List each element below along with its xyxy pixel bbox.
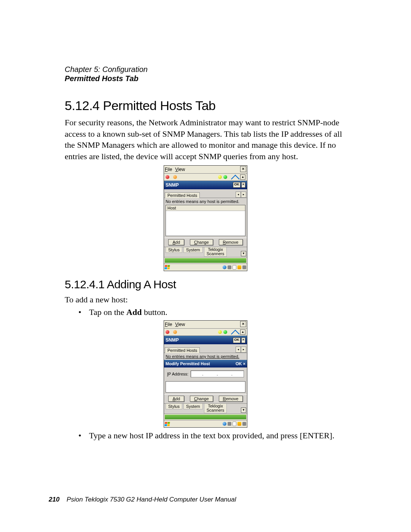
status-dot-icon	[166, 175, 169, 179]
footer-text: Psion Teklogix 7530 G2 Hand-Held Compute…	[67, 496, 236, 503]
tab-scroll-right[interactable]: ▸	[241, 347, 246, 353]
tab-permitted-hosts[interactable]: Permitted Hosts	[165, 192, 200, 198]
step-list: Tap on the Add button.	[78, 307, 346, 317]
host-list[interactable]: Host	[166, 205, 245, 236]
cp-tab-teklogix[interactable]: TeklogixScanners	[204, 404, 227, 413]
status-dot-icon	[223, 175, 227, 179]
section-heading: 5.12.4 Permitted Hosts Tab	[65, 98, 346, 113]
tab-scroll-left[interactable]: ◂	[236, 347, 241, 353]
titlebar-close-button[interactable]: ×	[241, 182, 245, 188]
page: Chapter 5: Configuration Permitted Hosts…	[0, 0, 411, 532]
running-header: Chapter 5: Configuration Permitted Hosts…	[65, 65, 346, 83]
tab-scroll-right[interactable]: ▸	[241, 192, 246, 198]
host-column-header[interactable]: Host	[166, 205, 245, 211]
menubar: File View ×	[164, 321, 247, 329]
header-section: Permitted Hosts Tab	[65, 74, 346, 83]
cp-tab-stylus[interactable]: Stylus	[166, 404, 182, 409]
titlebar-close-button[interactable]: ×	[241, 337, 245, 343]
scroll-up-button[interactable]: ▲	[240, 329, 245, 335]
system-tray	[223, 422, 246, 426]
tray-icon[interactable]	[237, 422, 241, 426]
subsection-heading: 5.12.4.1 Adding A Host	[65, 278, 346, 291]
button-row: Add Change Remove	[164, 238, 247, 247]
cp-tab-teklogix[interactable]: TeklogixScanners	[204, 247, 227, 257]
pda-window-2: File View × ▲ SNMP OK	[164, 320, 247, 428]
dialog-title: SNMP	[166, 182, 179, 188]
menubar-close-button[interactable]: ×	[240, 166, 246, 172]
system-tray	[223, 265, 246, 270]
add-button[interactable]: Add	[168, 239, 184, 245]
wifi-icon	[231, 330, 236, 334]
status-dot-icon	[173, 175, 177, 179]
start-button-icon[interactable]	[164, 265, 170, 269]
tray-icon[interactable]	[242, 422, 246, 426]
embedded-screenshot-2: File View × ▲ SNMP OK	[65, 320, 346, 428]
cp-tab-stylus[interactable]: Stylus	[166, 247, 182, 253]
status-dot-icon	[173, 330, 177, 334]
status-dot-icon	[166, 330, 169, 334]
cp-tab-system[interactable]: System	[183, 247, 203, 253]
modify-host-titlebar: Modify Permitted Host OK ×	[164, 360, 247, 367]
status-dot-icon	[218, 330, 222, 334]
dialog-title: SNMP	[166, 337, 179, 343]
modify-ok-button[interactable]: OK	[236, 361, 242, 366]
page-number: 210	[49, 496, 59, 503]
tray-icon[interactable]	[237, 265, 241, 269]
remove-button[interactable]: Remove	[219, 239, 243, 245]
network-icon[interactable]	[223, 422, 226, 426]
tray-icon[interactable]	[233, 422, 236, 426]
tab-row: Permitted Hosts ◂ ▸	[164, 344, 247, 353]
iconbar: ▲	[164, 329, 247, 336]
info-text: No entries means any host is permitted.	[164, 198, 247, 205]
change-button[interactable]: Change	[190, 396, 213, 402]
titlebar-ok-button[interactable]: OK	[233, 182, 241, 188]
add-button[interactable]: Add	[168, 396, 184, 402]
control-panel-tabs: Stylus System TeklogixScanners ▼	[164, 247, 247, 257]
tab-permitted-hosts[interactable]: Permitted Hosts	[165, 347, 200, 353]
page-footer: 210 Psion Teklogix 7530 G2 Hand-Held Com…	[49, 496, 236, 503]
scroll-down-button[interactable]: ▼	[241, 251, 246, 256]
iconbar: ▲	[164, 174, 247, 181]
section-title-text: Permitted Hosts Tab	[103, 98, 215, 113]
header-chapter: Chapter 5: Configuration	[65, 65, 346, 74]
tray-icon[interactable]	[233, 265, 236, 270]
status-dot-icon	[223, 330, 227, 334]
menu-view[interactable]: View	[175, 322, 185, 327]
menubar: File View ×	[164, 166, 247, 174]
control-panel-tabs: Stylus System TeklogixScanners ▼	[164, 403, 247, 414]
start-button-icon[interactable]	[164, 422, 170, 426]
modify-close-button[interactable]: ×	[243, 361, 245, 366]
wifi-icon	[231, 175, 236, 179]
subsection-title-text: Adding A Host	[107, 278, 176, 291]
scroll-up-button[interactable]: ▲	[240, 174, 245, 180]
remove-button[interactable]: Remove	[219, 396, 243, 402]
menu-file[interactable]: File	[165, 322, 172, 327]
tab-row: Permitted Hosts ◂ ▸	[164, 189, 247, 198]
change-button[interactable]: Change	[190, 239, 213, 245]
scroll-down-button[interactable]: ▼	[241, 407, 246, 413]
modify-host-title: Modify Permitted Host	[166, 361, 210, 366]
cp-tab-system[interactable]: System	[183, 404, 203, 409]
tray-icon[interactable]	[242, 265, 246, 269]
embedded-screenshot-1: File View × ▲ SNMP OK	[65, 165, 346, 271]
taskbar	[164, 264, 247, 271]
desktop-preview	[164, 414, 247, 420]
list-item: Type a new host IP address in the text b…	[78, 431, 346, 441]
menu-view[interactable]: View	[175, 167, 185, 172]
section-paragraph: For security reasons, the Network Admini…	[65, 117, 346, 162]
menu-file[interactable]: File	[165, 167, 172, 172]
ip-address-input[interactable]: . . .	[191, 371, 244, 377]
ip-address-label: IP Address:	[167, 372, 188, 376]
network-icon[interactable]	[223, 265, 226, 269]
status-dot-icon	[218, 175, 222, 179]
titlebar-ok-button[interactable]: OK	[233, 337, 241, 343]
button-row: Add Change Remove	[164, 394, 247, 403]
intro-text: To add a new host:	[65, 294, 346, 305]
subsection-number: 5.12.4.1	[65, 278, 104, 291]
tray-icon[interactable]	[228, 265, 231, 269]
menubar-close-button[interactable]: ×	[240, 321, 246, 327]
tab-scroll-left[interactable]: ◂	[236, 192, 241, 198]
taskbar	[164, 420, 247, 427]
tray-icon[interactable]	[228, 422, 231, 426]
step-list: Type a new host IP address in the text b…	[78, 431, 346, 441]
